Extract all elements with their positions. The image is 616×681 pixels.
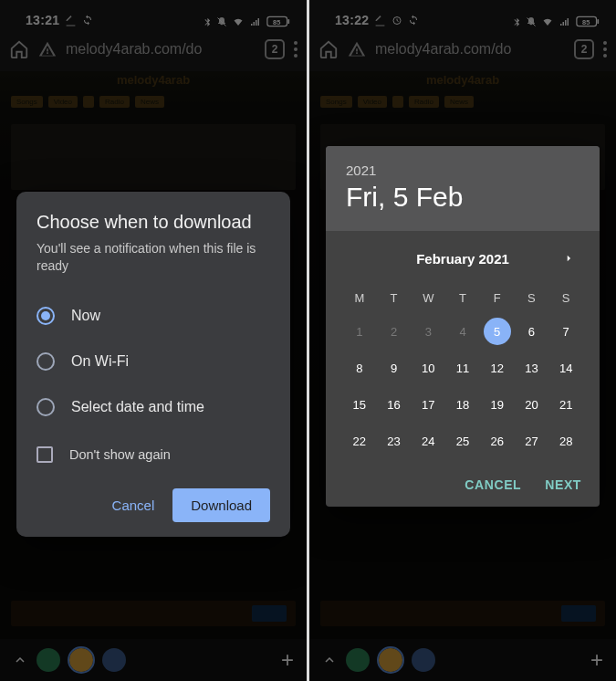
calendar-day[interactable]: 11 <box>445 351 480 384</box>
year-label[interactable]: 2021 <box>346 162 579 178</box>
dock-app-3[interactable] <box>412 648 435 672</box>
dont-show-again-row[interactable]: Don't show again <box>37 446 270 463</box>
dialog-title: Choose when to download <box>37 212 270 233</box>
wifi-icon <box>232 16 245 27</box>
tab-count[interactable]: 2 <box>574 39 594 59</box>
dow-header: F <box>480 284 515 311</box>
dow-header: S <box>515 284 549 311</box>
home-icon[interactable] <box>318 39 339 59</box>
url-bar: melody4arab.com/do 2 <box>309 27 616 71</box>
dock: + <box>309 639 616 681</box>
date-picker-header: 2021 Fri, 5 Feb <box>326 146 600 231</box>
selected-date-label: Fri, 5 Feb <box>346 182 579 213</box>
calendar-day[interactable]: 14 <box>548 351 583 384</box>
calendar-day[interactable]: 23 <box>377 424 412 457</box>
chevron-up-icon[interactable] <box>322 653 337 667</box>
dock-app-2[interactable] <box>69 648 93 672</box>
battery-icon: 85 <box>266 16 290 27</box>
home-icon[interactable] <box>9 39 29 59</box>
dow-header: M <box>342 284 377 311</box>
calendar-day[interactable]: 9 <box>377 351 412 384</box>
dow-header: T <box>377 284 412 311</box>
cancel-button[interactable]: CANCEL <box>465 477 521 492</box>
signal-icon <box>559 16 571 27</box>
option-select-date-time[interactable]: Select date and time <box>37 384 270 430</box>
cancel-button[interactable]: Cancel <box>109 490 159 520</box>
clock: 13:22 <box>335 13 369 27</box>
wifi-icon <box>541 16 554 27</box>
site-warning-icon[interactable] <box>38 40 57 58</box>
status-bar: 13:21 85 <box>0 0 307 27</box>
option-on-wifi[interactable]: On Wi-Fi <box>37 339 270 384</box>
dialog-subtitle: You'll see a notification when this file… <box>37 240 270 275</box>
date-picker-dialog: 2021 Fri, 5 Feb February 2021 MTWTFSS123… <box>326 146 600 507</box>
dock: + <box>0 639 307 681</box>
dock-app-1[interactable] <box>37 648 60 672</box>
next-button[interactable]: NEXT <box>545 477 581 492</box>
month-nav: February 2021 <box>342 242 583 275</box>
phone-left: 13:21 85 melody4arab.com/do 2 melody4ara… <box>0 0 307 681</box>
svg-rect-7 <box>597 19 599 24</box>
option-label: On Wi-Fi <box>71 353 129 370</box>
calendar-day[interactable]: 26 <box>480 424 515 457</box>
calendar-day[interactable]: 12 <box>480 351 515 384</box>
option-now[interactable]: Now <box>37 293 270 339</box>
calendar-day[interactable]: 25 <box>445 424 480 457</box>
calendar-day[interactable]: 24 <box>411 424 445 457</box>
next-month-button[interactable] <box>558 247 579 269</box>
dock-app-3[interactable] <box>102 648 126 672</box>
dock-app-1[interactable] <box>346 648 370 672</box>
status-bar: 13:22 85 <box>309 0 616 27</box>
chevron-up-icon[interactable] <box>13 653 27 667</box>
calendar-day[interactable]: 8 <box>342 351 377 384</box>
alarm-icon <box>392 15 402 26</box>
overflow-menu-icon[interactable] <box>603 41 607 58</box>
calendar-day[interactable]: 5 <box>480 315 515 348</box>
svg-text:85: 85 <box>582 18 590 26</box>
option-label: Select date and time <box>71 399 204 415</box>
sync-icon <box>82 15 93 26</box>
bluetooth-icon <box>512 16 521 27</box>
month-label: February 2021 <box>416 251 509 267</box>
calendar-day-disabled: 2 <box>377 315 412 348</box>
add-tab-icon[interactable]: + <box>590 647 603 673</box>
site-warning-icon[interactable] <box>348 40 366 58</box>
calendar-day[interactable]: 22 <box>342 424 377 457</box>
sync-icon <box>408 15 419 26</box>
add-tab-icon[interactable]: + <box>281 647 294 673</box>
bluetooth-icon <box>203 16 212 27</box>
calendar-day[interactable]: 28 <box>548 424 583 457</box>
radio-icon <box>37 307 55 325</box>
battery-icon: 85 <box>576 16 600 27</box>
calendar-day[interactable]: 13 <box>515 351 549 384</box>
calendar-day[interactable]: 10 <box>411 351 445 384</box>
calendar-day[interactable]: 17 <box>411 388 445 421</box>
url-text[interactable]: melody4arab.com/do <box>375 41 565 58</box>
phone-right: 13:22 85 melody4arab.com/do 2 melody4ara… <box>309 0 616 681</box>
tab-count[interactable]: 2 <box>265 39 285 59</box>
url-text[interactable]: melody4arab.com/do <box>66 41 256 58</box>
download-schedule-dialog: Choose when to download You'll see a not… <box>16 192 290 537</box>
calendar-day-disabled: 4 <box>445 315 480 348</box>
dow-header: S <box>548 284 583 311</box>
calendar-day[interactable]: 6 <box>515 315 549 348</box>
calendar-day[interactable]: 15 <box>342 388 377 421</box>
dont-show-again-label: Don't show again <box>69 447 171 462</box>
overflow-menu-icon[interactable] <box>294 41 298 58</box>
calendar-day-disabled: 1 <box>342 315 377 348</box>
calendar-day[interactable]: 18 <box>445 388 480 421</box>
calendar-day[interactable]: 27 <box>515 424 549 457</box>
calendar-day[interactable]: 19 <box>480 388 515 421</box>
calendar-day[interactable]: 16 <box>377 388 412 421</box>
url-bar: melody4arab.com/do 2 <box>0 27 307 71</box>
calendar-day[interactable]: 7 <box>548 315 583 348</box>
dow-header: T <box>445 284 480 311</box>
option-label: Now <box>71 308 100 324</box>
calendar-day[interactable]: 21 <box>548 388 583 421</box>
calendar-day[interactable]: 20 <box>515 388 549 421</box>
radio-icon <box>37 352 55 371</box>
radio-icon <box>37 398 55 416</box>
mute-icon <box>526 16 537 27</box>
download-button[interactable]: Download <box>172 488 270 522</box>
dock-app-2[interactable] <box>379 648 402 672</box>
